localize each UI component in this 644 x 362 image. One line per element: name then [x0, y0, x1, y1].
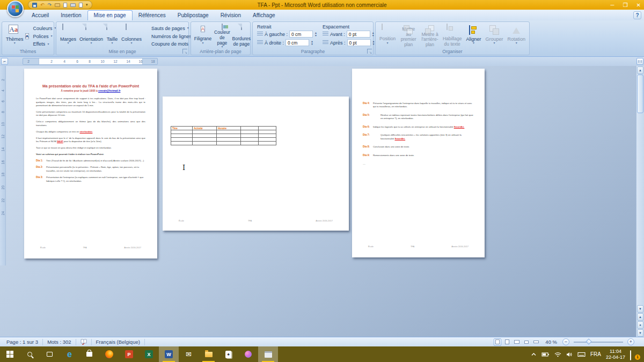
align-button[interactable]: Aligner▾ — [464, 24, 482, 48]
tab-insertion[interactable]: Insertion — [55, 11, 87, 20]
paragraph-dialog-launcher-icon[interactable] — [367, 49, 372, 54]
status-word-count[interactable]: Mots : 302 — [43, 339, 76, 345]
zoom-in-button[interactable]: + — [627, 338, 634, 345]
select-browse-object-button[interactable]: ● — [637, 321, 643, 329]
size-button[interactable]: Taille▾ — [105, 24, 120, 48]
redo-icon[interactable]: ↷ — [48, 2, 52, 8]
taskbar-item-edge[interactable]: e — [60, 346, 79, 362]
taskbar-item-powerpoint[interactable]: P — [119, 346, 139, 362]
battery-icon[interactable] — [541, 352, 550, 357]
taskbar-item-mail[interactable]: ✉ — [179, 346, 199, 362]
clock[interactable]: 11:04 22-04-17 — [606, 349, 625, 360]
task-view-button[interactable] — [40, 346, 60, 362]
start-button[interactable] — [0, 346, 20, 362]
print-preview-icon[interactable] — [79, 2, 83, 8]
columns-button[interactable]: Colonnes▾ — [120, 24, 143, 48]
indent-right-stepper[interactable]: ▲▼ — [311, 40, 313, 46]
tab-selector-button[interactable]: ⌐ — [1, 58, 8, 65]
line-numbers-button[interactable]: Numéros de lignes▾ — [143, 33, 195, 40]
indent-left-stepper[interactable]: ▲▼ — [314, 32, 317, 37]
open-icon[interactable] — [55, 2, 60, 8]
vertical-ruler[interactable]: 24 68 1012 1416 1820 2224 — [0, 66, 6, 265]
undo-icon[interactable]: ↶ — [40, 2, 45, 8]
status-proofing[interactable] — [76, 339, 92, 345]
page-color-button[interactable]: Couleur de page▾ — [213, 24, 232, 48]
spacing-before-stepper[interactable]: ▲▼ — [372, 32, 375, 37]
taskbar-item-word[interactable]: W — [159, 346, 179, 362]
keyboard-icon[interactable] — [577, 352, 586, 357]
zoom-level[interactable]: 40 % — [545, 339, 557, 345]
wifi-icon[interactable] — [554, 352, 561, 357]
scroll-down-button[interactable]: ▼ — [637, 305, 643, 313]
taskbar-item-store[interactable] — [79, 346, 99, 362]
help-icon[interactable]: ? — [633, 11, 641, 19]
tray-chevron-button[interactable] — [531, 352, 537, 357]
theme-effects-button[interactable]: Effets▾ — [25, 40, 56, 48]
scroll-up-button[interactable]: ▲ — [637, 67, 643, 74]
view-print-layout-button[interactable] — [494, 338, 501, 346]
spacing-after-input[interactable]: 0 pt — [347, 39, 371, 46]
table-header-cell: Activité — [193, 127, 217, 130]
hyphenation-button[interactable]: Coupure de mots▾ — [143, 40, 195, 48]
taskbar-item-solitaire[interactable]: ♠ — [218, 346, 238, 362]
search-button[interactable] — [20, 346, 40, 362]
view-web-layout-button[interactable] — [513, 338, 521, 346]
page-borders-button[interactable]: Bordures de page — [232, 24, 251, 48]
spacing-after-stepper[interactable]: ▲▼ — [372, 40, 375, 46]
document-page-3[interactable]: Dia 4:Présente l'organigramme de l'entre… — [352, 69, 485, 257]
page-setup-dialog-launcher-icon[interactable] — [182, 49, 187, 54]
scrollbar-thumb[interactable] — [637, 75, 643, 113]
taskbar-item-photos[interactable] — [238, 346, 258, 362]
taskbar-item-firefox[interactable] — [99, 346, 119, 362]
save-icon[interactable] — [32, 2, 37, 8]
document-page-1[interactable]: Ma présentation orale du TFA à l'aide d'… — [24, 69, 157, 258]
status-language[interactable]: Français (Belgique) — [92, 339, 145, 345]
next-page-button[interactable]: ▼ — [637, 329, 643, 337]
close-button[interactable]: ✕ — [636, 2, 641, 8]
taskbar-item-app-window[interactable] — [258, 346, 278, 362]
zoom-out-button[interactable]: − — [562, 338, 569, 345]
tab-revision[interactable]: Révision — [215, 11, 247, 20]
themes-button[interactable]: Aa Thèmes▾ — [4, 24, 25, 48]
tab-mise-en-page[interactable]: Mise en page — [87, 10, 133, 20]
mail-icon: ✉ — [186, 351, 192, 358]
horizontal-ruler[interactable]: 2 2 4 6 8 10 12 14 16 18 — [23, 58, 158, 65]
zoom-slider[interactable] — [574, 342, 623, 343]
new-document-icon[interactable] — [63, 2, 67, 8]
breaks-button[interactable]: Sauts de pages▾ — [143, 25, 195, 32]
minimize-button[interactable]: ─ — [611, 2, 614, 8]
bring-to-front-icon — [402, 24, 414, 26]
tab-accueil[interactable]: Accueil — [26, 11, 55, 20]
indent-left-input[interactable]: 0 cm — [289, 31, 313, 38]
view-draft-button[interactable] — [532, 338, 540, 346]
email-link[interactable]: crevain@hotmail.fr — [98, 90, 121, 92]
previous-page-button[interactable]: ▲ — [637, 313, 643, 321]
orientation-button[interactable]: Orientation▾ — [78, 24, 105, 48]
action-center-button[interactable]: 1 — [630, 351, 639, 358]
language-indicator[interactable]: FRA — [590, 351, 601, 357]
theme-fonts-button[interactable]: APolices▾ — [25, 33, 56, 40]
document-page-2[interactable]: Titre Activité Horaire ÉcoleTFAAnnée 201… — [163, 97, 349, 231]
tab-publipostage[interactable]: Publipostage — [172, 11, 215, 20]
maximize-button[interactable]: ❐ — [623, 2, 628, 8]
zoom-slider-thumb[interactable] — [586, 338, 591, 344]
view-outline-button[interactable] — [523, 338, 530, 346]
indent-right-input[interactable]: 0 cm — [286, 39, 309, 46]
theme-colors-button[interactable]: Couleurs▾ — [25, 25, 56, 32]
tab-references[interactable]: Références — [133, 11, 172, 20]
spacing-before-input[interactable]: 0 pt — [347, 31, 370, 38]
view-fullscreen-button[interactable] — [503, 338, 511, 346]
print-icon[interactable] — [70, 2, 76, 8]
office-button[interactable] — [7, 1, 24, 17]
qat-more-icon[interactable]: ▾ — [86, 2, 88, 8]
taskbar-item-excel[interactable]: X — [139, 346, 159, 362]
vertical-scrollbar[interactable]: ▲ ▼ ▲ ● ▼ — [636, 66, 644, 337]
margins-icon — [62, 24, 74, 36]
watermark-button[interactable]: A Filigrane▾ — [193, 24, 213, 48]
margins-button[interactable]: Marges▾ — [58, 24, 78, 48]
tab-affichage[interactable]: Affichage — [247, 11, 281, 20]
ruler-toggle-button[interactable] — [636, 58, 643, 65]
taskbar-item-file-explorer[interactable] — [199, 346, 218, 362]
volume-icon[interactable] — [566, 352, 573, 357]
status-page-indicator[interactable]: Page : 1 sur 3 — [2, 339, 43, 345]
